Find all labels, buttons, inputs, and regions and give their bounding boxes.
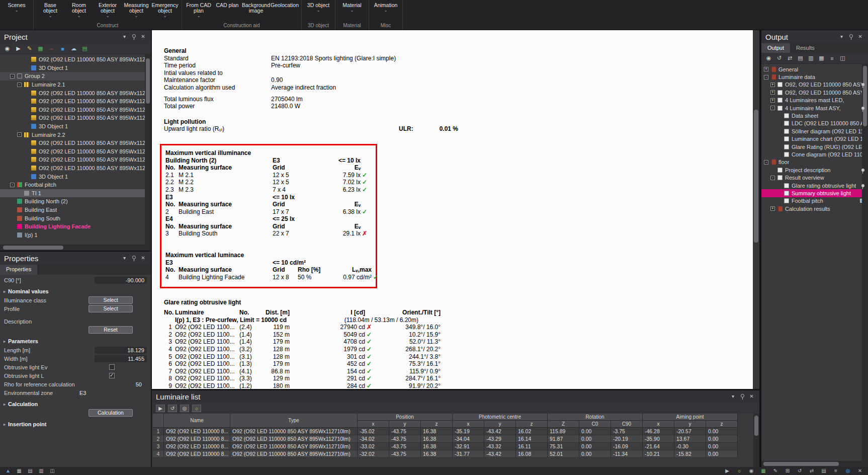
tree-item[interactable]: Building South bbox=[0, 214, 151, 222]
status-icon[interactable]: ▦ bbox=[759, 467, 767, 475]
expander-icon[interactable]: + bbox=[764, 67, 768, 71]
status-icon[interactable]: ▤ bbox=[820, 467, 828, 475]
subcolumn-header[interactable]: z bbox=[421, 421, 453, 428]
c90-field[interactable]: -90.000 bbox=[95, 277, 147, 284]
output-tree-item[interactable]: Glare Rating (RUG) (O92 LED 11 bbox=[761, 143, 868, 150]
tree-item[interactable]: - Luminaire 2.2 bbox=[0, 130, 151, 139]
tree-item[interactable]: Building Lighting Facade bbox=[0, 222, 151, 231]
ribbon-item[interactable]: Background image bbox=[243, 1, 269, 22]
obtrusive-ev-checkbox[interactable] bbox=[109, 364, 115, 370]
status-icon[interactable]: ⊞ bbox=[784, 467, 792, 475]
subcolumn-header[interactable]: y bbox=[674, 421, 706, 428]
project-toolbar-icon[interactable]: ▶ bbox=[15, 45, 22, 52]
output-toolbar-icon[interactable]: ↺ bbox=[775, 55, 783, 61]
table-row[interactable]: 1 O92 (O92 LED 110000 8... O92 (O92 LED … bbox=[153, 428, 759, 435]
output-tree-item[interactable]: - Luminaire data bbox=[761, 73, 868, 81]
subcolumn-header[interactable]: z bbox=[706, 421, 738, 428]
ribbon-item[interactable]: Animation ⌄ bbox=[373, 1, 399, 22]
status-icon[interactable]: ✕ bbox=[856, 467, 864, 475]
output-toolbar-icon[interactable]: ▤ bbox=[797, 55, 804, 61]
tree-item[interactable]: O92 (O92 LED 110000 850 ASY 895Wx112710l… bbox=[0, 97, 151, 106]
ribbon-item[interactable]: Emergency object ⌄ bbox=[152, 1, 178, 22]
pin-icon[interactable] bbox=[130, 33, 137, 40]
tree-item[interactable]: TI 1 bbox=[0, 189, 151, 198]
output-tree-item[interactable]: - 4 Luminaire Mast ASY, bbox=[761, 104, 868, 112]
expander-icon[interactable]: + bbox=[770, 206, 775, 211]
status-icon[interactable]: ◫ bbox=[48, 467, 56, 475]
expander-icon[interactable]: - bbox=[764, 160, 768, 165]
subcolumn-header[interactable]: C90 bbox=[611, 421, 643, 428]
expander-icon[interactable]: - bbox=[17, 132, 22, 137]
output-tree-item[interactable]: + O92, O92 LED 110000 850 ASY VI bbox=[761, 81, 868, 89]
status-icon[interactable]: ☼ bbox=[735, 467, 743, 475]
tree-item[interactable]: O92 (O92 LED 110000 850 ASY 895Wx112710l… bbox=[0, 114, 151, 122]
chevron-down-icon[interactable]: ▾ bbox=[121, 255, 128, 262]
status-icon[interactable]: ◉ bbox=[747, 467, 755, 475]
ribbon-item[interactable]: Base object ⌄ bbox=[37, 1, 63, 22]
expander-icon[interactable]: + bbox=[770, 98, 775, 103]
output-tree-item[interactable]: LDC (O92 LED 110000 850 ASY bbox=[761, 120, 868, 127]
output-tree-item[interactable]: - floor bbox=[761, 159, 868, 166]
tree-item[interactable]: O92 (O92 LED 110000 850 ASY 895Wx112710l… bbox=[0, 139, 151, 147]
output-horizontal-scrollbar[interactable] bbox=[761, 461, 868, 467]
tree-item[interactable]: - Footbal pitch bbox=[0, 181, 151, 189]
rho-value[interactable]: 50 bbox=[136, 381, 147, 387]
project-toolbar-icon[interactable]: ☁ bbox=[70, 45, 77, 52]
tree-item[interactable]: O92 (O92 LED 110000 850 ASY 895Wx112710l… bbox=[0, 164, 151, 173]
project-toolbar-icon[interactable]: ✎ bbox=[26, 45, 33, 52]
ribbon-item[interactable]: Scenes ⌄ bbox=[4, 1, 30, 22]
tree-item[interactable]: I(p) 1 bbox=[0, 230, 151, 239]
expander-icon[interactable]: - bbox=[770, 106, 775, 110]
output-toolbar-icon[interactable]: ⇄ bbox=[786, 55, 794, 61]
section-insertion-point[interactable]: ▸ Insertion point bbox=[0, 420, 151, 429]
status-icon[interactable]: ▥ bbox=[37, 467, 45, 475]
status-icon[interactable]: ↺ bbox=[796, 467, 804, 475]
chevron-down-icon[interactable]: ▾ bbox=[729, 393, 737, 400]
output-toolbar-icon[interactable]: ≡ bbox=[828, 55, 836, 61]
status-icon[interactable]: ▦ bbox=[15, 467, 23, 475]
output-tree-item[interactable]: + General bbox=[761, 65, 868, 73]
pin-icon[interactable] bbox=[847, 33, 854, 40]
tree-item[interactable]: Building North (2) bbox=[0, 197, 151, 206]
obtrusive-l-checkbox[interactable] bbox=[109, 373, 115, 378]
subcolumn-header[interactable]: y bbox=[389, 421, 421, 428]
expander-icon[interactable]: - bbox=[770, 176, 775, 180]
expander-icon[interactable]: + bbox=[770, 90, 775, 95]
environmental-zone-value[interactable]: E3 bbox=[79, 390, 86, 396]
table-row[interactable]: 2 O92 (O92 LED 110000 8... O92 (O92 LED … bbox=[153, 435, 759, 443]
tab-output[interactable]: Output bbox=[761, 43, 790, 53]
tab-results[interactable]: Results bbox=[790, 43, 821, 53]
output-tree-item[interactable]: Summary obtrusive light bbox=[761, 189, 868, 197]
subcolumn-header[interactable]: C0 bbox=[579, 421, 611, 428]
output-toolbar-icon[interactable]: ▥ bbox=[807, 55, 815, 61]
output-toolbar-icon[interactable]: ◫ bbox=[839, 55, 846, 61]
ribbon-item[interactable]: From CAD plan ⌄ bbox=[186, 1, 212, 22]
project-toolbar-icon[interactable]: ■ bbox=[59, 46, 66, 52]
project-tree-horizontal-scrollbar[interactable] bbox=[0, 245, 151, 251]
output-tree-item[interactable]: Glare rating obtrusive light bbox=[761, 182, 868, 189]
luminaire-list-tool-icon[interactable]: ☼ bbox=[192, 405, 201, 412]
project-toolbar-icon[interactable]: − bbox=[48, 46, 55, 52]
tree-item[interactable]: O92 (O92 LED 110000 850 ASY 895Wx112710l… bbox=[0, 155, 151, 164]
pin-icon[interactable] bbox=[130, 255, 137, 262]
project-tree-vertical-scrollbar[interactable] bbox=[145, 54, 151, 245]
chevron-down-icon[interactable]: ▾ bbox=[121, 33, 128, 40]
output-tree-item[interactable]: Project description bbox=[761, 166, 868, 174]
status-icon[interactable]: ⇄ bbox=[808, 467, 816, 475]
tree-item[interactable]: O92 (O92 LED 110000 850 ASY 895Wx112710l… bbox=[0, 147, 151, 156]
document-vertical-scrollbar[interactable] bbox=[753, 30, 759, 389]
pin-icon[interactable] bbox=[739, 393, 746, 400]
output-tree-item[interactable]: Söllner diagram (O92 LED 1100 bbox=[761, 127, 868, 135]
output-tree-item[interactable]: + O92, O92 LED 110000 850 ASY bbox=[761, 89, 868, 96]
ribbon-item[interactable]: 3D object ⌄ bbox=[305, 1, 331, 22]
subcolumn-header[interactable]: Z bbox=[548, 421, 579, 428]
luminaire-list-tool-icon[interactable]: ▶ bbox=[156, 405, 165, 412]
expander-icon[interactable]: - bbox=[10, 183, 15, 187]
output-tree-item[interactable]: Luminance chart (O92 LED 110 bbox=[761, 135, 868, 143]
status-icon[interactable]: ▲ bbox=[4, 467, 12, 475]
status-icon[interactable]: ≡ bbox=[832, 467, 840, 475]
column-name[interactable]: Name bbox=[164, 414, 230, 428]
tree-item[interactable]: 3D Object 1 bbox=[0, 64, 151, 72]
subcolumn-header[interactable]: x bbox=[358, 421, 389, 428]
output-tree-item[interactable]: + 4 Luminaires mast LED, bbox=[761, 97, 868, 104]
